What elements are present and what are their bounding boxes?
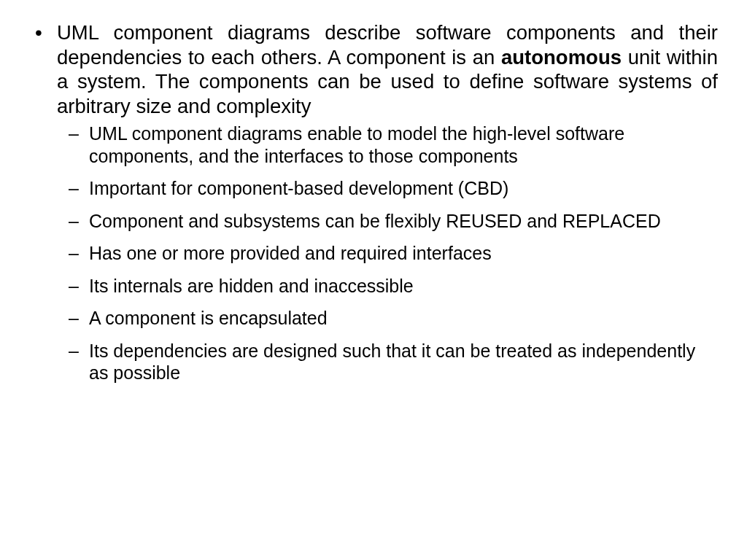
outer-list: UML component diagrams describe software… bbox=[29, 20, 718, 384]
list-item: Its dependencies are designed such that … bbox=[57, 340, 718, 384]
list-item: Component and subsystems can be flexibly… bbox=[57, 210, 718, 233]
main-text-bold: autonomous bbox=[501, 46, 622, 69]
sub-text: Its internals are hidden and inaccessibl… bbox=[89, 276, 414, 296]
list-item: A component is encapsulated bbox=[57, 307, 718, 330]
list-item: Has one or more provided and required in… bbox=[57, 242, 718, 265]
sub-text: Its dependencies are designed such that … bbox=[89, 341, 695, 384]
list-item: Its internals are hidden and inaccessibl… bbox=[57, 275, 718, 298]
sub-text: A component is encapsulated bbox=[89, 308, 328, 328]
sub-text: Component and subsystems can be flexibly… bbox=[89, 211, 661, 231]
sub-text: Has one or more provided and required in… bbox=[89, 243, 492, 263]
inner-list: UML component diagrams enable to model t… bbox=[57, 122, 718, 384]
list-item: UML component diagrams enable to model t… bbox=[57, 122, 718, 167]
list-item: Important for component-based developmen… bbox=[57, 177, 718, 200]
main-bullet: UML component diagrams describe software… bbox=[29, 20, 718, 384]
slide: UML component diagrams describe software… bbox=[0, 0, 747, 560]
sub-text: UML component diagrams enable to model t… bbox=[89, 123, 624, 166]
sub-text: Important for component-based developmen… bbox=[89, 178, 508, 198]
